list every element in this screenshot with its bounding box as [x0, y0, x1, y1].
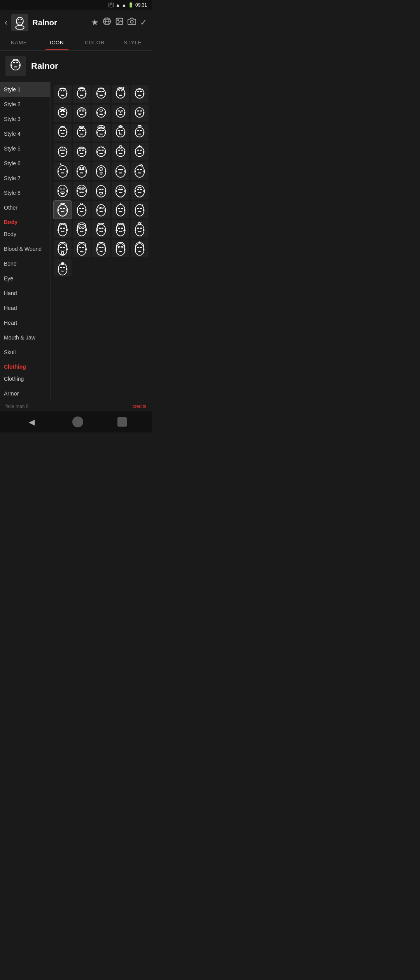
svg-point-28 — [77, 89, 86, 98]
sidebar-item-head[interactable]: Head — [0, 301, 50, 315]
camera-button[interactable] — [128, 17, 136, 28]
home-nav-button[interactable] — [72, 416, 83, 427]
svg-rect-93 — [63, 130, 65, 131]
tab-name[interactable]: NAME — [0, 35, 38, 50]
icon-cell-4[interactable] — [131, 85, 149, 103]
icon-cell-36[interactable] — [73, 220, 91, 238]
svg-rect-121 — [124, 131, 125, 133]
svg-rect-23 — [61, 90, 62, 91]
icon-cell-22[interactable] — [92, 162, 110, 180]
icon-cell-31[interactable] — [73, 201, 91, 219]
svg-point-83 — [120, 112, 121, 113]
sidebar-item-clothing[interactable]: Clothing — [0, 371, 50, 386]
icon-cell-28[interactable] — [112, 182, 130, 200]
icon-cell-0[interactable] — [54, 85, 72, 103]
icon-cell-33[interactable] — [112, 201, 130, 219]
tab-style[interactable]: STYLE — [114, 35, 152, 50]
icon-cell-21[interactable] — [73, 162, 91, 180]
icon-cell-5[interactable] — [54, 105, 72, 122]
sidebar-item-style3[interactable]: Style 3 — [0, 112, 50, 126]
icon-cell-44[interactable] — [131, 240, 149, 257]
icon-cell-27[interactable] — [92, 182, 110, 200]
svg-point-13 — [117, 19, 119, 21]
icon-cell-41[interactable] — [73, 240, 91, 257]
icon-cell-12[interactable] — [92, 124, 110, 142]
icon-cell-16[interactable] — [73, 143, 91, 161]
sidebar-item-eye[interactable]: Eye — [0, 271, 50, 286]
sidebar-item-style7[interactable]: Style 7 — [0, 171, 50, 186]
icon-cell-25[interactable] — [54, 182, 72, 200]
svg-rect-194 — [118, 169, 122, 170]
svg-rect-170 — [60, 169, 62, 170]
sidebar-item-style5[interactable]: Style 5 — [0, 141, 50, 156]
sidebar-item-body[interactable]: Body — [0, 227, 50, 242]
icon-cell-6[interactable] — [73, 105, 91, 122]
icon-cell-23[interactable] — [112, 162, 130, 180]
sidebar-item-skull[interactable]: Skull — [0, 345, 50, 360]
sidebar-item-mouth[interactable]: Mouth & Jaw — [0, 330, 50, 345]
icon-cell-30[interactable] — [54, 201, 72, 219]
icon-cell-38[interactable] — [112, 220, 130, 238]
icon-cell-14[interactable] — [131, 124, 149, 142]
icon-cell-3[interactable] — [112, 85, 130, 103]
icon-cell-45[interactable] — [54, 259, 72, 276]
sidebar-item-heart[interactable]: Heart — [0, 315, 50, 330]
icon-cell-43[interactable] — [112, 240, 130, 257]
sidebar-item-hand[interactable]: Hand — [0, 286, 50, 301]
icon-cell-40[interactable] — [54, 240, 72, 257]
back-nav-button[interactable]: ◀ — [25, 415, 38, 429]
image-button[interactable] — [115, 17, 124, 28]
icon-cell-18[interactable] — [112, 143, 130, 161]
icon-cell-29[interactable] — [131, 182, 149, 200]
sidebar-item-bone[interactable]: Bone — [0, 256, 50, 271]
svg-rect-294 — [102, 228, 103, 229]
icon-cell-35[interactable] — [54, 220, 72, 238]
globe-button[interactable] — [103, 17, 111, 28]
svg-rect-51 — [138, 95, 142, 96]
tab-color[interactable]: COLOR — [76, 35, 114, 50]
icon-cell-19[interactable] — [131, 143, 149, 161]
sidebar-item-style6[interactable]: Style 6 — [0, 156, 50, 171]
icon-cell-39[interactable] — [131, 220, 149, 238]
svg-rect-173 — [58, 170, 59, 172]
svg-rect-150 — [97, 151, 98, 153]
icon-cell-10[interactable] — [54, 124, 72, 142]
icon-cell-1[interactable] — [73, 85, 91, 103]
sidebar-item-style2[interactable]: Style 2 — [0, 97, 50, 112]
svg-rect-118 — [121, 130, 123, 131]
icon-cell-2[interactable] — [92, 85, 110, 103]
icon-cell-7[interactable] — [92, 105, 110, 122]
confirm-button[interactable]: ✓ — [140, 18, 147, 28]
icon-cell-15[interactable] — [54, 143, 72, 161]
svg-rect-239 — [135, 190, 136, 192]
svg-rect-306 — [135, 229, 136, 231]
icon-cell-24[interactable] — [131, 162, 149, 180]
icon-cell-17[interactable] — [92, 143, 110, 161]
sidebar-item-other[interactable]: Other — [0, 200, 50, 215]
star-button[interactable]: ★ — [91, 18, 99, 28]
tab-icon[interactable]: ICON — [38, 35, 76, 50]
icon-cell-26[interactable] — [73, 182, 91, 200]
icon-cell-34[interactable] — [131, 201, 149, 219]
sidebar-item-style4[interactable]: Style 4 — [0, 126, 50, 141]
back-button[interactable]: ‹ — [5, 18, 7, 28]
icon-cell-11[interactable] — [73, 124, 91, 142]
svg-rect-202 — [137, 169, 139, 170]
sidebar-item-style8[interactable]: Style 8 — [0, 186, 50, 200]
recent-nav-button[interactable] — [117, 417, 127, 427]
svg-rect-270 — [124, 210, 125, 212]
icon-cell-42[interactable] — [92, 240, 110, 257]
credits-label[interactable]: credits — [133, 404, 146, 409]
icon-cell-37[interactable] — [92, 220, 110, 238]
svg-point-339 — [135, 243, 144, 255]
sidebar-item-blood[interactable]: Blood & Wound — [0, 242, 50, 256]
icon-cell-9[interactable] — [131, 105, 149, 122]
icon-cell-13[interactable] — [112, 124, 130, 142]
icon-cell-20[interactable] — [54, 162, 72, 180]
icon-cell-8[interactable] — [112, 105, 130, 122]
icon-cell-32[interactable] — [92, 201, 110, 219]
svg-rect-187 — [100, 173, 103, 173]
sidebar-item-style1[interactable]: Style 1 — [0, 82, 50, 97]
sidebar-item-armor[interactable]: Armor — [0, 386, 50, 401]
svg-point-114 — [101, 126, 102, 128]
